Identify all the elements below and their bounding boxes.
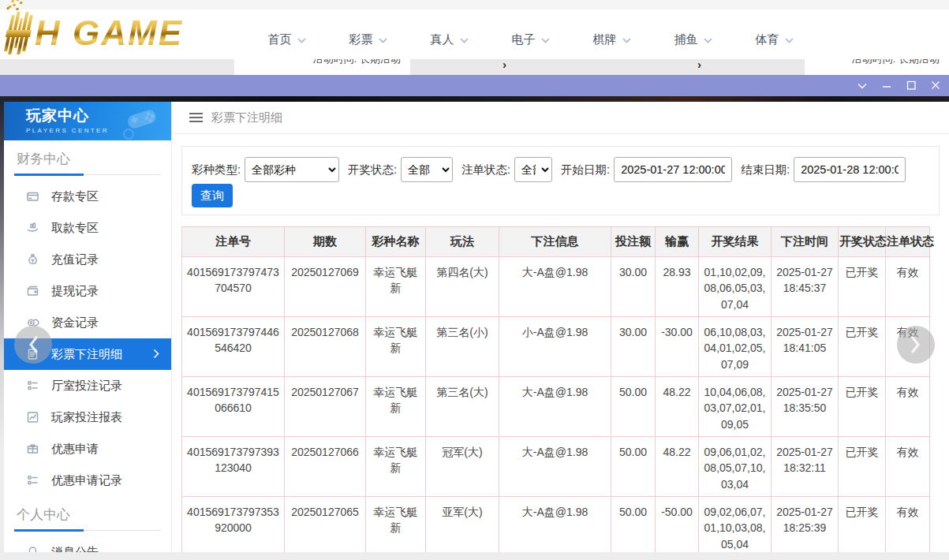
order-status-select[interactable]: 全部 <box>514 157 552 182</box>
sidebar-item-withdrawal-records[interactable]: 提现记录 <box>4 275 171 307</box>
start-date-input[interactable] <box>614 157 732 182</box>
end-date-input[interactable] <box>794 157 906 182</box>
column-header: 投注额 <box>611 227 656 257</box>
section-title-personal: 个人中心 <box>17 507 171 523</box>
table-cell: 50.00 <box>611 497 656 557</box>
close-button[interactable] <box>923 75 947 96</box>
banner-card: 活动时间: 长期活动 <box>805 59 949 75</box>
banner-next-icon: › <box>503 59 506 71</box>
hand-coins-icon <box>26 222 39 234</box>
chevron-down-icon <box>857 81 868 91</box>
carousel-next-button[interactable] <box>897 326 935 364</box>
table-cell: 20250127065 <box>285 497 366 557</box>
gift-icon <box>26 442 39 455</box>
table-cell: 大-A盘@1.98 <box>499 437 611 497</box>
sidebar-item-promo-apply-records[interactable]: 优惠申请记录 <box>4 465 171 496</box>
table-cell: 20250127069 <box>285 257 366 317</box>
brand-logo[interactable]: H GAME <box>8 9 183 57</box>
nav-item-slots[interactable]: 电子 <box>490 20 571 59</box>
table-cell: 28.93 <box>656 257 699 317</box>
table-cell: 第四名(大) <box>426 257 499 317</box>
close-icon <box>930 80 941 91</box>
table-cell: 10,04,06,08,03,07,02,01,09,05 <box>699 377 772 437</box>
collapse-button[interactable] <box>850 75 874 96</box>
lottery-type-select[interactable]: 全部彩种 <box>245 157 339 182</box>
page-title: 彩票下注明细 <box>211 110 282 125</box>
nav-item-cards[interactable]: 棋牌 <box>571 20 652 59</box>
table-cell: 冠军(大) <box>426 437 499 497</box>
sidebar-item-withdraw[interactable]: 取款专区 <box>4 212 171 244</box>
table-cell: 已开奖 <box>839 317 886 377</box>
sidebar-item-player-bet-report[interactable]: 玩家投注报表 <box>4 401 171 433</box>
lottery-type-label: 彩种类型: <box>192 162 241 177</box>
sidebar-item-hall-bet-records[interactable]: 厅室投注记录 <box>4 370 171 401</box>
chevron-right-icon <box>153 349 159 359</box>
column-header: 彩种名称 <box>366 227 426 257</box>
table-cell: 有效 <box>886 377 930 437</box>
site-topbar: H GAME 首页 彩票 真人 电子 棋牌 捕鱼 体育 <box>0 0 949 59</box>
table-cell: 大-A盘@1.98 <box>499 497 611 557</box>
checklist-icon <box>26 474 39 487</box>
table-cell: 已开奖 <box>839 377 886 437</box>
table-cell: 2025-01-27 18:41:05 <box>772 317 839 377</box>
order-status-label: 注单状态: <box>461 162 510 177</box>
nav-item-live[interactable]: 真人 <box>409 20 490 59</box>
wallet-icon <box>26 285 39 297</box>
chevron-left-icon <box>27 335 39 354</box>
maximize-icon <box>906 80 917 91</box>
nav-item-fishing[interactable]: 捕鱼 <box>652 20 734 59</box>
table-cell: 大-A盘@1.98 <box>499 257 611 317</box>
menu-toggle-icon[interactable] <box>189 113 203 122</box>
section-title-finance: 财务中心 <box>17 151 171 167</box>
table-cell: 50.00 <box>611 437 656 497</box>
table-cell: 06,10,08,03,04,01,02,05,07,09 <box>699 317 772 377</box>
nav-item-home[interactable]: 首页 <box>246 20 327 59</box>
table-cell: 幸运飞艇新 <box>366 317 426 377</box>
chevron-down-icon <box>460 38 469 43</box>
chevron-down-icon <box>785 38 794 43</box>
bet-table-body: 40156917379747370457020250127069幸运飞艇新第四名… <box>182 257 930 557</box>
main-nav: 首页 彩票 真人 电子 棋牌 捕鱼 体育 <box>246 20 815 59</box>
query-button[interactable]: 查询 <box>192 184 233 207</box>
bank-card-icon <box>26 190 39 203</box>
chevron-right-icon <box>910 335 922 354</box>
nav-item-sports[interactable]: 体育 <box>734 20 815 59</box>
money-bag-icon <box>26 253 39 266</box>
table-cell: 401569173797353920000 <box>182 497 285 557</box>
sidebar-item-recharge-records[interactable]: 充值记录 <box>4 244 171 275</box>
chevron-down-icon <box>297 38 306 43</box>
app-window: H GAME 首页 彩票 真人 电子 棋牌 捕鱼 体育 活动时间: 长期活动 ›… <box>0 0 949 560</box>
horizontal-scrollbar[interactable] <box>0 552 949 560</box>
sidebar-item-deposit[interactable]: 存款专区 <box>4 181 171 212</box>
table-cell: 2025-01-27 18:25:39 <box>772 497 839 557</box>
minimize-button[interactable] <box>874 75 899 96</box>
table-cell: 01,10,02,09,08,06,05,03,07,04 <box>699 257 772 317</box>
table-cell: 第三名(大) <box>426 377 499 437</box>
topbar-strip <box>0 0 949 9</box>
main-content: 彩票下注明细 彩种类型: 全部彩种 开奖状态: 全部 注单状态: 全部 开始日期… <box>172 102 949 560</box>
breadcrumb: 彩票下注明细 <box>172 102 949 134</box>
table-cell: 幸运飞艇新 <box>366 257 426 317</box>
column-header: 玩法 <box>426 227 499 257</box>
table-cell: 09,02,06,07,01,10,03,08,05,04 <box>699 497 772 557</box>
column-header: 输赢 <box>656 227 699 257</box>
section-divider <box>14 174 161 175</box>
draw-status-select[interactable]: 全部 <box>401 157 453 182</box>
gamepad-icon <box>119 105 163 140</box>
filter-row: 彩种类型: 全部彩种 开奖状态: 全部 注单状态: 全部 开始日期: 结束日期: <box>192 157 931 182</box>
table-row: 40156917379747370457020250127069幸运飞艇新第四名… <box>182 257 930 317</box>
table-cell: -30.00 <box>656 317 699 377</box>
table-cell: 已开奖 <box>839 497 886 557</box>
table-header-row: 注单号期数彩种名称玩法下注信息投注额输赢开奖结果下注时间开奖状态注单状态 <box>182 227 930 257</box>
table-cell: 2025-01-27 18:32:11 <box>772 437 839 497</box>
maximize-button[interactable] <box>899 75 923 96</box>
nav-item-lottery[interactable]: 彩票 <box>327 20 409 59</box>
carousel-prev-button[interactable] <box>14 326 52 364</box>
sidebar-item-promo-apply[interactable]: 优惠申请 <box>4 433 171 465</box>
column-header: 开奖状态 <box>839 227 886 257</box>
table-cell: 有效 <box>886 437 930 497</box>
table-cell: 09,06,01,02,08,05,07,10,03,04 <box>699 437 772 497</box>
table-row: 40156917379739312304020250127066幸运飞艇新冠军(… <box>182 437 930 497</box>
chevron-down-icon <box>622 38 631 43</box>
logo-text: H GAME <box>35 13 183 53</box>
